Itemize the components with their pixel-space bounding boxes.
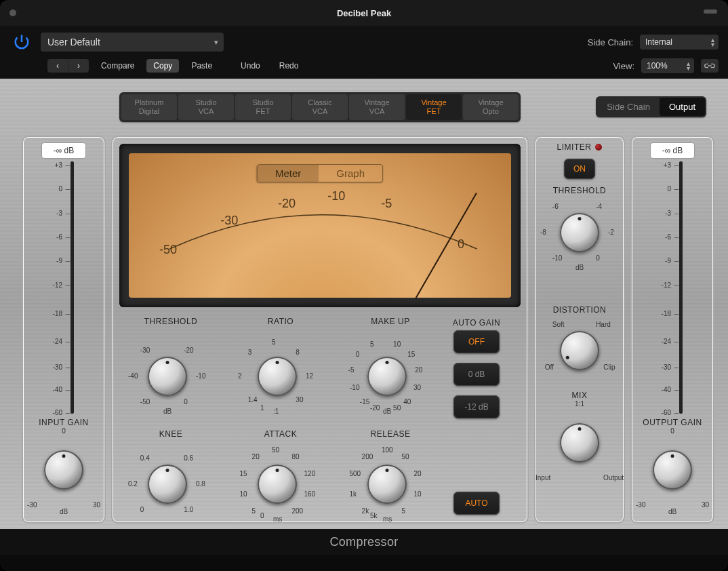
mix-label: MIX xyxy=(535,391,624,400)
model-tab-classic-vca[interactable]: ClassicVCA xyxy=(292,94,348,120)
limiter-label: LIMITER xyxy=(557,142,592,152)
distortion-knob[interactable] xyxy=(560,331,599,370)
tab-output[interactable]: Output xyxy=(660,98,705,116)
main-section: Meter Graph -50-30-20-10-50 THRESHOLD -3… xyxy=(111,136,529,524)
footer-label: Compressor xyxy=(0,529,728,555)
autogain-neg12db-button[interactable]: -12 dB xyxy=(453,395,500,418)
vu-meter: Meter Graph -50-30-20-10-50 xyxy=(119,144,521,307)
makeup-label: MAKE UP xyxy=(336,317,445,326)
limiter-section: LIMITER ON THRESHOLD -6-4-8-2-100dB DIST… xyxy=(534,136,625,524)
titlebar: Decibel Peak xyxy=(0,0,728,26)
model-tab-vintage-vca[interactable]: VintageVCA xyxy=(349,94,405,120)
power-button[interactable] xyxy=(9,30,34,54)
mix-knob[interactable] xyxy=(560,423,599,462)
attack-label: ATTACK xyxy=(226,429,335,439)
input-meter: +30-3-6-9-12-18-24-30-40-60 xyxy=(52,161,76,414)
output-gain-knob[interactable] xyxy=(653,450,692,490)
paste-button[interactable]: Paste xyxy=(184,59,219,73)
tab-sidechain[interactable]: Side Chain xyxy=(597,98,660,116)
knee-label: KNEE xyxy=(117,429,225,439)
attack-knob[interactable] xyxy=(258,465,297,504)
output-meter: +30-3-6-9-12-18-24-30-40-60 xyxy=(660,161,685,414)
knee-knob[interactable] xyxy=(148,465,187,504)
redo-button[interactable]: Redo xyxy=(272,59,306,73)
compare-button[interactable]: Compare xyxy=(94,59,141,73)
model-tab-studio-vca[interactable]: StudioVCA xyxy=(178,94,234,120)
updown-icon: ▴▾ xyxy=(687,61,690,71)
ratio-knob[interactable] xyxy=(258,357,297,396)
limiter-on-button[interactable]: ON xyxy=(564,159,595,179)
sidechain-select[interactable]: Internal ▴▾ xyxy=(640,35,719,50)
view-label: View: xyxy=(613,61,634,71)
link-icon[interactable] xyxy=(701,59,719,73)
copy-button[interactable]: Copy xyxy=(146,59,179,73)
preset-label: User Default xyxy=(47,37,100,47)
output-gain-label: OUTPUT GAIN xyxy=(632,418,713,427)
close-icon[interactable] xyxy=(9,9,16,16)
chevron-down-icon: ▾ xyxy=(214,38,218,47)
sidechain-label: Side Chain: xyxy=(588,37,633,47)
sc-output-toggle: Side Chain Output xyxy=(596,96,706,117)
autogain-0db-button[interactable]: 0 dB xyxy=(453,363,500,386)
input-readout: -∞ dB xyxy=(41,142,86,159)
prev-preset-button[interactable]: ‹ xyxy=(47,59,68,73)
autogain-label: AUTO GAIN xyxy=(446,318,507,328)
ratio-label: RATIO xyxy=(226,317,335,326)
undo-button[interactable]: Undo xyxy=(234,59,267,73)
model-tab-studio-fet[interactable]: StudioFET xyxy=(235,94,291,120)
limiter-threshold-label: THRESHOLD xyxy=(535,186,624,195)
drag-handle-icon[interactable] xyxy=(704,9,717,14)
preset-nav: ‹ › xyxy=(47,59,89,73)
limiter-led-icon xyxy=(595,144,602,151)
input-gain-knob[interactable] xyxy=(44,450,83,490)
model-tab-vintage-opto[interactable]: VintageOpto xyxy=(463,94,519,120)
makeup-knob[interactable] xyxy=(367,357,407,396)
threshold-label: THRESHOLD xyxy=(117,317,225,326)
threshold-knob[interactable] xyxy=(148,357,187,396)
model-tab-platinum-digital[interactable]: PlatinumDigital xyxy=(121,94,177,120)
plugin-panel: PlatinumDigitalStudioVCAStudioFETClassic… xyxy=(0,79,728,529)
model-tabs: PlatinumDigitalStudioVCAStudioFETClassic… xyxy=(119,92,521,122)
autogain-off-button[interactable]: OFF xyxy=(453,330,500,353)
limiter-threshold-knob[interactable] xyxy=(560,213,599,252)
input-gain-label: INPUT GAIN xyxy=(23,418,104,427)
output-readout: -∞ dB xyxy=(650,142,695,159)
view-zoom-select[interactable]: 100% ▴▾ xyxy=(641,58,694,73)
next-preset-button[interactable]: › xyxy=(68,59,89,73)
plugin-toolbar: User Default ▾ Side Chain: Internal ▴▾ ‹… xyxy=(0,26,728,79)
vu-arc xyxy=(129,153,511,290)
release-auto-button[interactable]: AUTO xyxy=(453,492,500,515)
release-label: RELEASE xyxy=(336,429,445,439)
preset-select[interactable]: User Default ▾ xyxy=(41,33,224,52)
model-tab-vintage-fet[interactable]: VintageFET xyxy=(406,94,462,120)
output-section: -∞ dB +30-3-6-9-12-18-24-30-40-60 OUTPUT… xyxy=(630,136,714,524)
input-section: -∞ dB +30-3-6-9-12-18-24-30-40-60 INPUT … xyxy=(22,136,106,524)
release-knob[interactable] xyxy=(367,465,407,504)
updown-icon: ▴▾ xyxy=(711,37,714,47)
window-title: Decibel Peak xyxy=(337,8,391,18)
distortion-label: DISTORTION xyxy=(535,305,624,315)
